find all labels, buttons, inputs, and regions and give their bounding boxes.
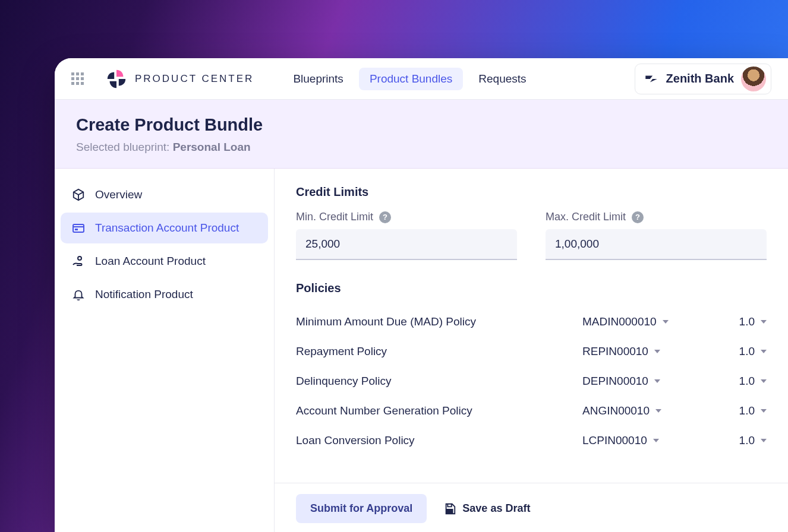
main-panel: Credit Limits Min. Credit Limit ? Max. C… xyxy=(275,169,788,532)
policy-row: Loan Conversion Policy LCPIN00010 1.0 xyxy=(296,426,767,455)
blueprint-name: Personal Loan xyxy=(173,141,251,153)
policy-name: Minimum Amount Due (MAD) Policy xyxy=(296,315,582,328)
sidebar-item-label: Loan Account Product xyxy=(95,255,206,268)
max-credit-field: Max. Credit Limit ? xyxy=(546,211,767,260)
sidebar-item-notification[interactable]: Notification Product xyxy=(61,279,268,310)
sidebar-item-label: Transaction Account Product xyxy=(95,221,239,235)
policy-version-select[interactable]: 1.0 xyxy=(713,315,767,328)
policy-code-select[interactable]: REPIN00010 xyxy=(582,345,713,358)
hand-coin-icon xyxy=(71,254,86,268)
policy-code-select[interactable]: DEPIN00010 xyxy=(582,375,713,388)
policy-name: Repayment Policy xyxy=(296,345,582,358)
sidebar-item-label: Notification Product xyxy=(95,288,193,301)
policies-list: Minimum Amount Due (MAD) Policy MADIN000… xyxy=(296,307,767,455)
policy-row: Minimum Amount Due (MAD) Policy MADIN000… xyxy=(296,307,767,337)
cube-icon xyxy=(71,188,86,202)
help-icon[interactable]: ? xyxy=(632,211,644,223)
app-name: PRODUCT CENTER xyxy=(135,73,254,85)
org-logo-icon xyxy=(644,71,659,87)
svg-rect-4 xyxy=(447,509,453,513)
save-icon xyxy=(443,502,456,515)
apps-grid-icon[interactable] xyxy=(71,72,84,85)
chevron-down-icon xyxy=(653,439,659,442)
footer-actions: Submit for Approval Save as Draft xyxy=(275,483,788,532)
org-selector[interactable]: Zenith Bank xyxy=(635,64,771,94)
chevron-down-icon xyxy=(761,379,767,383)
sidebar-item-loan-account[interactable]: Loan Account Product xyxy=(61,246,268,277)
help-icon[interactable]: ? xyxy=(379,211,391,223)
blueprint-prefix: Selected blueprint: xyxy=(76,141,173,153)
policy-version-select[interactable]: 1.0 xyxy=(713,345,767,358)
policy-name: Account Number Generation Policy xyxy=(296,404,582,417)
card-icon xyxy=(71,221,86,235)
policy-code-select[interactable]: ANGIN00010 xyxy=(582,404,713,417)
chevron-down-icon xyxy=(654,379,660,383)
org-name: Zenith Bank xyxy=(666,72,734,86)
subheader: Create Product Bundle Selected blueprint… xyxy=(55,100,788,169)
app-logo[interactable]: PRODUCT CENTER xyxy=(105,68,254,90)
min-credit-field: Min. Credit Limit ? xyxy=(296,211,517,260)
credit-limits-title: Credit Limits xyxy=(296,185,767,199)
save-draft-button[interactable]: Save as Draft xyxy=(443,502,530,515)
chevron-down-icon xyxy=(761,439,767,442)
credit-limits-row: Min. Credit Limit ? Max. Credit Limit ? xyxy=(296,211,767,260)
policy-row: Repayment Policy REPIN00010 1.0 xyxy=(296,337,767,366)
policy-name: Loan Conversion Policy xyxy=(296,434,582,447)
policy-row: Account Number Generation Policy ANGIN00… xyxy=(296,396,767,426)
policy-code-select[interactable]: LCPIN00010 xyxy=(582,434,713,447)
min-credit-input[interactable] xyxy=(296,229,517,260)
policy-version-select[interactable]: 1.0 xyxy=(713,434,767,447)
policies-title: Policies xyxy=(296,281,767,295)
policy-name: Delinquency Policy xyxy=(296,375,582,388)
chevron-down-icon xyxy=(655,409,661,413)
min-credit-label: Min. Credit Limit ? xyxy=(296,211,517,223)
policy-version-select[interactable]: 1.0 xyxy=(713,404,767,417)
sidebar-item-overview[interactable]: Overview xyxy=(61,179,268,210)
svg-point-3 xyxy=(78,256,81,260)
nav-tab-blueprints[interactable]: Blueprints xyxy=(282,68,354,90)
policy-code-select[interactable]: MADIN000010 xyxy=(582,315,713,328)
chevron-down-icon xyxy=(663,320,669,324)
chevron-down-icon xyxy=(761,350,767,353)
logo-mark-icon xyxy=(105,68,128,90)
nav-tab-product-bundles[interactable]: Product Bundles xyxy=(359,68,463,90)
topbar: PRODUCT CENTER Blueprints Product Bundle… xyxy=(55,58,788,100)
chevron-down-icon xyxy=(761,409,767,413)
avatar xyxy=(741,66,766,91)
sidebar: Overview Transaction Account Product Loa… xyxy=(55,169,275,532)
app-window: PRODUCT CENTER Blueprints Product Bundle… xyxy=(55,58,788,532)
nav-tab-requests[interactable]: Requests xyxy=(468,68,537,90)
sidebar-item-label: Overview xyxy=(95,188,142,201)
max-credit-label: Max. Credit Limit ? xyxy=(546,211,767,223)
policy-row: Delinquency Policy DEPIN00010 1.0 xyxy=(296,366,767,396)
chevron-down-icon xyxy=(654,350,660,353)
svg-rect-2 xyxy=(75,229,78,230)
submit-button[interactable]: Submit for Approval xyxy=(296,494,427,523)
body: Overview Transaction Account Product Loa… xyxy=(55,169,788,532)
svg-rect-0 xyxy=(73,224,84,232)
policy-version-select[interactable]: 1.0 xyxy=(713,375,767,388)
nav-tabs: Blueprints Product Bundles Requests xyxy=(282,68,537,90)
chevron-down-icon xyxy=(761,320,767,324)
max-credit-input[interactable] xyxy=(546,229,767,260)
sidebar-item-transaction-account[interactable]: Transaction Account Product xyxy=(61,213,268,243)
bell-icon xyxy=(71,287,86,302)
page-title: Create Product Bundle xyxy=(76,115,767,135)
blueprint-line: Selected blueprint: Personal Loan xyxy=(76,141,767,154)
